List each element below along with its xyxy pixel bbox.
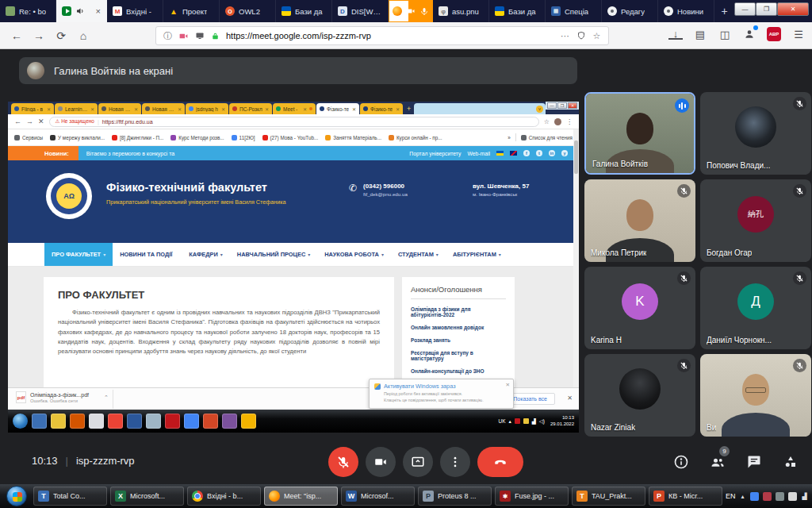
shared-taskbar-app[interactable] — [89, 414, 104, 429]
tray-icon[interactable] — [763, 492, 772, 501]
tray-icon[interactable] — [515, 418, 520, 424]
shared-taskbar-app[interactable] — [70, 414, 85, 429]
browser-tab[interactable]: Редагу × — [602, 0, 658, 22]
account-icon[interactable] — [742, 27, 756, 41]
browser-tab[interactable]: × — [56, 0, 107, 22]
reload-button[interactable]: ⟳ — [52, 27, 70, 44]
mic-toggle-button[interactable] — [328, 447, 358, 477]
shared-minimize-button[interactable]: — — [547, 102, 557, 109]
shared-browser-tab[interactable]: ПС-Розкл ✕ — [229, 103, 272, 114]
tray-up-icon[interactable]: ▴ — [509, 418, 511, 425]
shared-taskbar-app[interactable] — [32, 414, 47, 429]
shared-taskbar-app[interactable] — [184, 414, 199, 429]
end-call-button[interactable] — [477, 447, 523, 477]
shared-new-tab-button[interactable]: + — [407, 105, 411, 113]
browser-tab[interactable]: Проект × — [163, 0, 220, 22]
start-button[interactable] — [6, 486, 27, 506]
site-nav-item[interactable]: НАВЧАЛЬНИЙ ПРОЦЕС ▾ — [230, 243, 317, 266]
bookmark-item[interactable]: [8] Джинглики - П... — [112, 135, 163, 140]
site-nav-item[interactable]: СТУДЕНТАМ ▾ — [391, 243, 446, 266]
browser-tab[interactable]: Спеціа × — [546, 0, 602, 22]
news-ticker-text[interactable]: Вітаємо з перемогою в конкурсі та — [86, 151, 174, 156]
shared-tab-close-icon[interactable]: ✕ — [134, 106, 138, 112]
browser-tab[interactable]: Новини × — [658, 0, 714, 22]
bookmark-star-icon[interactable]: ☆ — [592, 31, 602, 41]
shared-menu-icon[interactable]: ⋮ — [566, 118, 573, 125]
webmail-link[interactable]: Web-mail — [467, 151, 490, 156]
shared-browser-tab[interactable]: jsdnyaq h ✕ — [186, 103, 228, 114]
announcement-link[interactable]: Олімпіада з фізики для абітурієнтів-2022 — [411, 306, 506, 318]
shared-tab-close-icon[interactable]: ✕ — [265, 106, 269, 112]
shared-browser-tab[interactable]: Новая вкл ✕ — [142, 103, 185, 114]
shared-browser-tab[interactable]: Новая вкл ✕ — [98, 103, 141, 114]
shared-taskbar-app[interactable] — [146, 414, 161, 429]
sidebar-icon[interactable]: ◫ — [718, 27, 732, 41]
participant-tile[interactable]: Д Даниїл Чорнокн... — [700, 267, 811, 349]
present-button[interactable] — [403, 447, 433, 477]
taskbar-app-button[interactable]: КВ - Micr... — [649, 487, 722, 506]
taskbar-app-button[interactable]: Microsof... — [341, 487, 415, 506]
participant-tile[interactable]: K Karina H — [584, 267, 695, 349]
shared-clock[interactable]: 10:13 29.01.2022 — [550, 415, 574, 428]
taskbar-app-button[interactable]: Вхідні - b... — [187, 487, 261, 506]
site-nav-item[interactable]: НАУКОВА РОБОТА ▾ — [317, 243, 391, 266]
page-actions-icon[interactable]: ⋯ — [560, 31, 570, 41]
browser-tab[interactable]: × — [389, 0, 433, 22]
bookmark-item[interactable]: Сервисы — [14, 135, 43, 140]
tray-icon[interactable] — [788, 492, 797, 501]
browser-tab[interactable]: Вхідні - × — [107, 0, 163, 22]
social-icon[interactable]: in — [549, 150, 555, 156]
faculty-logo[interactable]: АΩ — [46, 173, 92, 219]
site-nav-item[interactable]: АБІТУРІЄНТАМ ▾ — [446, 243, 508, 266]
announcement-link[interactable]: Онлайн-консультації до ЗНО — [411, 368, 506, 374]
shared-tab-close-icon[interactable]: ✕ — [396, 106, 400, 112]
scrollbar[interactable] — [573, 129, 579, 387]
shared-start-button[interactable] — [13, 414, 28, 429]
shared-tab-close-icon[interactable]: ✕ — [178, 106, 182, 112]
shared-tab-close-icon[interactable]: ✕ — [352, 106, 356, 112]
shared-url-text[interactable]: https://ftf.pnu.edu.ua — [102, 119, 153, 125]
browser-tab[interactable]: asu.pnu × — [433, 0, 489, 22]
windows-activation-popup[interactable]: Активувати Windows зараз Період роботи б… — [369, 379, 514, 409]
browser-tab[interactable]: Re: • bo × — [0, 0, 56, 22]
shared-browser-tab[interactable]: Фізико-те ✕ — [316, 103, 359, 114]
shared-taskbar-app[interactable] — [203, 414, 218, 429]
menu-icon[interactable]: ☰ — [791, 27, 806, 41]
library-icon[interactable]: ▤ — [693, 27, 707, 41]
browser-tab[interactable]: OWL2 × — [220, 0, 276, 22]
site-nav-item[interactable]: КАФЕДРИ ▾ — [182, 243, 229, 266]
network-icon[interactable]: ▟ — [532, 418, 536, 425]
participant-tile[interactable]: Nazar Ziniak — [584, 354, 695, 437]
shared-browser-tab[interactable]: Фізико-те ✕ — [360, 103, 403, 114]
browser-tab[interactable]: Бази да × — [276, 0, 332, 22]
taskbar-app-button[interactable]: Meet: "isp... — [264, 487, 338, 506]
chat-icon[interactable] — [745, 453, 763, 471]
url-text[interactable]: https://meet.google.com/isp-zzzm-rvp — [226, 31, 554, 40]
shared-profile-icon[interactable] — [554, 118, 561, 125]
close-button[interactable]: ✕ — [777, 2, 809, 16]
shared-tab-close-icon[interactable]: ✕ — [221, 106, 225, 112]
not-secure-warning[interactable]: ⚠ Не защищено — [56, 118, 94, 125]
site-nav-item[interactable]: ПРО ФАКУЛЬТЕТ ▾ — [44, 243, 113, 266]
volume-icon[interactable]: ◁) — [539, 418, 545, 425]
tab-close-icon[interactable]: × — [96, 6, 101, 16]
shared-address-bar[interactable]: ⚠ Не защищено | https://ftf.pnu.edu.ua — [49, 117, 539, 127]
camera-permission-icon[interactable] — [178, 31, 189, 41]
tray-expand-icon[interactable]: ▴ — [741, 493, 745, 500]
shared-taskbar-app[interactable] — [222, 414, 237, 429]
portal-link[interactable]: Портал університету — [409, 151, 461, 156]
more-options-button[interactable] — [440, 447, 470, 477]
downloads-bar-close-icon[interactable]: ✕ — [567, 394, 573, 402]
browser-tab[interactable]: Бази да × — [489, 0, 546, 22]
screenshare-permission-icon[interactable] — [194, 31, 205, 41]
forward-button[interactable]: → — [30, 27, 48, 44]
camera-toggle-button[interactable] — [366, 447, 396, 477]
shared-restore-button[interactable]: ❐ — [557, 102, 567, 109]
taskbar-app-button[interactable]: TAU_Prakt... — [572, 487, 645, 506]
shared-taskbar-app[interactable] — [241, 414, 256, 429]
tray-icon[interactable] — [776, 492, 784, 501]
shared-browser-tab[interactable]: Meet - ✕ — [273, 103, 316, 114]
shared-keyboard-language[interactable]: UK — [499, 418, 506, 424]
address-bar[interactable]: ⓘ https://meet.google.com/isp-zzzm-rvp ⋯… — [155, 26, 609, 45]
shared-taskbar-app[interactable] — [165, 414, 180, 429]
